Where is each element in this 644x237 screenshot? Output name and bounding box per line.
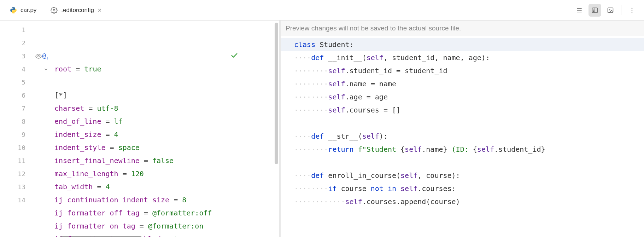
at-icon[interactable]: @↓ xyxy=(42,52,48,60)
gutter-row: 2 xyxy=(0,36,52,50)
code-line: ij_formatter_tags_enabled = true xyxy=(52,233,279,237)
code-line: ij_formatter_on_tag = @formatter:on xyxy=(52,220,279,233)
python-icon xyxy=(10,7,17,14)
gutter-row: 8 xyxy=(0,115,52,128)
tab-car-py[interactable]: car.py xyxy=(3,0,43,20)
code-area[interactable]: root = true [*]charset = utf-8end_of_lin… xyxy=(52,21,279,237)
line-number: 6 xyxy=(13,92,25,99)
more-button[interactable] xyxy=(626,4,638,17)
tab-label: .editorconfig xyxy=(61,7,94,14)
gutter-row: 7 xyxy=(0,102,52,115)
gutter-row: 13 xyxy=(0,180,52,193)
eye-icon[interactable] xyxy=(35,53,42,59)
gutter-icons: @↓ xyxy=(27,52,48,60)
gutter-row: 3@↓ xyxy=(0,50,52,63)
line-number: 13 xyxy=(13,183,25,191)
preview-pane: Preview changes will not be saved to the… xyxy=(279,21,644,237)
gutter-row: 11 xyxy=(0,154,52,167)
code-line: indent_style = space xyxy=(52,141,279,154)
line-number: 2 xyxy=(13,39,25,47)
svg-point-0 xyxy=(53,9,55,11)
preview-line: ········if course not in self.courses: xyxy=(281,182,644,195)
preview-line xyxy=(281,117,644,130)
svg-point-12 xyxy=(632,10,633,11)
preview-line: class Student: xyxy=(281,38,644,51)
gear-icon xyxy=(51,7,58,14)
gutter-row: 5 xyxy=(0,76,52,89)
preview-line: ····def enroll_in_course(self, course): xyxy=(281,169,644,182)
code-line: max_line_length = 120 xyxy=(52,167,279,180)
line-number: 5 xyxy=(13,79,25,86)
gutter-row: 1 xyxy=(0,23,52,36)
svg-rect-9 xyxy=(608,8,613,12)
code-line: ij_formatter_off_tag = @formatter:off xyxy=(52,207,279,220)
preview-line: ····def __str__(self): xyxy=(281,130,644,143)
line-number: 9 xyxy=(13,131,25,138)
code-line: end_of_line = lf xyxy=(52,115,279,128)
preview-line: ········self.age = age xyxy=(281,91,644,104)
image-preview-button[interactable] xyxy=(604,4,617,17)
tabs-bar: car.py .editorconfig ✕ xyxy=(0,0,644,21)
svg-point-11 xyxy=(632,7,633,8)
list-view-button[interactable] xyxy=(573,4,586,17)
gutter-row: 9 xyxy=(0,128,52,141)
line-number: 8 xyxy=(13,118,25,125)
preview-line: ············self.courses.append(course) xyxy=(281,195,644,208)
preview-code[interactable]: class Student:····def __init__(self, stu… xyxy=(281,36,644,237)
preview-line xyxy=(281,156,644,169)
toolbar-divider xyxy=(621,5,621,15)
toolbar-right xyxy=(573,4,641,17)
scrollbar[interactable] xyxy=(275,23,278,164)
preview-line: ········self.name = name xyxy=(281,77,644,91)
gutter: 123@↓4567891011121314 xyxy=(0,21,52,237)
check-icon xyxy=(230,25,273,86)
gutter-row: 4 xyxy=(0,63,52,76)
tab-label: car.py xyxy=(21,7,36,14)
gutter-row: 14 xyxy=(0,193,52,207)
line-number: 10 xyxy=(13,144,25,151)
line-number: 11 xyxy=(13,157,25,164)
gutter-row: 10 xyxy=(0,141,52,154)
preview-line: ········self.courses = [] xyxy=(281,104,644,117)
editor-pane: 123@↓4567891011121314 root = true [*]cha… xyxy=(0,21,279,237)
tab-editorconfig[interactable]: .editorconfig ✕ xyxy=(43,0,109,20)
code-line: insert_final_newline = false xyxy=(52,154,279,167)
close-icon[interactable]: ✕ xyxy=(98,7,102,13)
preview-line: ····def __init__(self, student_id, name,… xyxy=(281,51,644,64)
svg-point-13 xyxy=(632,12,633,13)
line-number: 3 xyxy=(13,52,25,60)
line-number: 12 xyxy=(13,170,25,178)
gutter-row: 12 xyxy=(0,167,52,180)
code-line: tab_width = 4 xyxy=(52,180,279,193)
code-line: [*] xyxy=(52,89,279,102)
fold-icon[interactable] xyxy=(43,67,48,72)
svg-point-14 xyxy=(37,55,39,57)
code-line: ij_continuation_indent_size = 8 xyxy=(52,193,279,207)
code-line: indent_size = 4 xyxy=(52,128,279,141)
preview-banner: Preview changes will not be saved to the… xyxy=(281,21,644,36)
line-number: 14 xyxy=(13,196,25,204)
preview-line: ········self.student_id = student_id xyxy=(281,64,644,77)
svg-point-10 xyxy=(609,9,610,10)
code-line: charset = utf-8 xyxy=(52,102,279,115)
gutter-row: 6 xyxy=(0,89,52,102)
split-preview-button[interactable] xyxy=(589,4,601,17)
line-number: 7 xyxy=(13,105,25,112)
line-number: 1 xyxy=(13,26,25,34)
preview-line: ········return f"Student {self.name} (ID… xyxy=(281,143,644,156)
gutter-icons xyxy=(27,67,48,72)
line-number: 4 xyxy=(13,65,25,73)
